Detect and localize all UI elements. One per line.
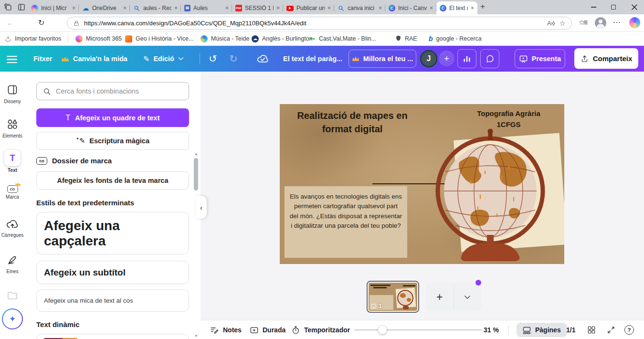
refresh-icon[interactable]: ↻ bbox=[38, 18, 44, 27]
favorite-angles-burlington[interactable]: ☁ Anglès - Burlington bbox=[252, 32, 313, 46]
add-brand-fonts-button[interactable]: Afegeix les fonts de la teva marca bbox=[36, 171, 189, 190]
vertical-tabs-icon[interactable] bbox=[17, 3, 26, 11]
tab-canva-search[interactable]: canva inici × bbox=[334, 2, 385, 14]
favorite-importar-favoritos[interactable]: Importar favoritos bbox=[5, 32, 61, 46]
undo-icon[interactable]: ↺ bbox=[209, 46, 217, 72]
tab-publicar-youtube[interactable]: Publicar un × bbox=[283, 2, 334, 14]
favorite-star-icon[interactable]: ☆ bbox=[560, 19, 566, 28]
sidebar-item-disseny[interactable]: Disseny bbox=[0, 84, 25, 104]
panel-scrollbar[interactable]: ▲ ▼ bbox=[194, 152, 199, 339]
timer-button[interactable]: Temporitzador bbox=[291, 320, 350, 339]
app-window: Inici | Micr × ☁ OneDrive × aules - Rec … bbox=[0, 0, 644, 339]
present-button[interactable]: Presenta bbox=[515, 49, 565, 68]
resize-menu[interactable]: Canvia'n la mida bbox=[61, 46, 127, 72]
add-member-button[interactable]: + bbox=[439, 51, 454, 66]
redo-icon[interactable]: ↻ bbox=[229, 46, 238, 72]
page-thumbnail[interactable]: 1 bbox=[367, 281, 419, 313]
resize-label: Canvia'n la mida bbox=[73, 55, 127, 63]
tab-close-icon[interactable]: × bbox=[471, 5, 474, 11]
add-page-dropdown[interactable] bbox=[454, 283, 482, 311]
url-field[interactable]: https://www.canva.com/design/DAGoEa50Ccs… bbox=[67, 17, 572, 30]
edit-menu[interactable]: ✎ Edició bbox=[143, 46, 184, 72]
add-textbox-button[interactable]: T Afegeix un quadre de text bbox=[36, 108, 189, 127]
favorite-musica-teide[interactable]: Música - Teide bbox=[201, 32, 249, 46]
insights-button[interactable] bbox=[457, 49, 476, 68]
read-aloud-icon[interactable]: A bbox=[547, 20, 555, 27]
onedrive-favicon: ☁ bbox=[82, 5, 89, 12]
tab-el-text-active[interactable]: C El text del × bbox=[436, 1, 477, 14]
tab-close-icon[interactable]: × bbox=[276, 5, 280, 11]
fullscreen-button[interactable] bbox=[607, 320, 615, 339]
sidebar-item-text-active[interactable]: T Text bbox=[0, 150, 25, 173]
notes-button[interactable]: Notes bbox=[210, 320, 242, 339]
canva-toolbar: Fitxer Canvia'n la mida ✎ Edició ↺ ↻ El … bbox=[0, 46, 644, 72]
close-window-button[interactable] bbox=[627, 0, 642, 14]
duration-button[interactable]: Durada bbox=[250, 320, 285, 339]
help-button[interactable]: ? bbox=[624, 320, 634, 339]
favorite-geo-historia[interactable]: Geo i Història - Vice... bbox=[125, 32, 193, 46]
tab-inici-microsoft[interactable]: Inici | Micr × bbox=[28, 2, 79, 14]
tab-inici-canva[interactable]: C Inici - Canv × bbox=[385, 2, 436, 14]
tab-close-icon[interactable]: × bbox=[174, 5, 178, 11]
tab-actions-icon[interactable] bbox=[4, 3, 12, 11]
minimize-button[interactable] bbox=[586, 0, 601, 14]
favorite-rae[interactable]: RAE bbox=[395, 32, 417, 46]
scroll-down-icon[interactable]: ▼ bbox=[194, 334, 199, 338]
grid-view-button[interactable] bbox=[587, 320, 596, 339]
add-heading-card[interactable]: Afegeix una capçalera bbox=[36, 212, 189, 254]
upgrade-button[interactable]: Millora el teu ... bbox=[348, 50, 416, 68]
maximize-button[interactable] bbox=[606, 0, 621, 14]
sidebar-item-carregues[interactable]: Càrregues bbox=[0, 219, 25, 238]
favorite-microsoft-365[interactable]: Microsoft 365 bbox=[75, 32, 122, 46]
sidebar-item-eines[interactable]: Eines bbox=[0, 254, 25, 274]
tab-aules-search[interactable]: aules - Rec × bbox=[130, 2, 181, 14]
scroll-up-icon[interactable]: ▲ bbox=[194, 152, 199, 156]
add-page-button[interactable]: + bbox=[426, 283, 454, 311]
document-title[interactable]: El text del paràg... bbox=[283, 46, 342, 72]
scrollbar-thumb[interactable] bbox=[194, 158, 198, 191]
add-body-text-card[interactable]: Afegeix una mica de text al cos bbox=[36, 289, 189, 312]
tab-close-icon[interactable]: × bbox=[123, 5, 127, 11]
tab-close-icon[interactable]: × bbox=[379, 5, 382, 11]
design-title[interactable]: Realització de mapes en format digital bbox=[293, 109, 412, 136]
add-subtitle-card[interactable]: Afegeix un subtítol bbox=[36, 261, 189, 284]
globe-illustration[interactable] bbox=[413, 118, 564, 264]
back-icon[interactable]: ← bbox=[7, 19, 14, 27]
copilot-icon[interactable] bbox=[629, 17, 640, 28]
browser-menu-icon[interactable]: ⋯ bbox=[613, 18, 621, 27]
pages-button[interactable]: Pàgines bbox=[517, 323, 567, 337]
menu-icon[interactable] bbox=[7, 54, 17, 65]
tab-close-icon[interactable]: × bbox=[430, 5, 433, 11]
dynamic-text-card[interactable] bbox=[36, 334, 189, 339]
tab-close-icon[interactable]: × bbox=[72, 5, 75, 11]
comments-button[interactable] bbox=[480, 49, 499, 68]
design-body-textbox[interactable]: Els avanços en tecnologies digitals ens … bbox=[285, 186, 407, 258]
panel-collapse-button[interactable]: ‹ bbox=[196, 196, 207, 219]
favorites-hub-icon[interactable]: ☆ bbox=[579, 18, 588, 27]
favorite-cast-val-mate[interactable]: ●● Cast,Val,Mate - Blin... bbox=[309, 32, 376, 46]
canva-assistant-button[interactable]: ✦ bbox=[2, 308, 23, 329]
projects-folder-button[interactable] bbox=[0, 290, 25, 303]
sidebar-item-elements[interactable]: Elements bbox=[0, 118, 25, 138]
share-button[interactable]: Comparteix bbox=[574, 48, 638, 69]
design-page[interactable]: Realització de mapes en format digital T… bbox=[280, 104, 564, 264]
tab-close-icon[interactable]: × bbox=[327, 5, 331, 11]
search-input[interactable]: Cerca fonts i combinacions bbox=[36, 82, 189, 100]
tab-aules[interactable]: Aules × bbox=[181, 2, 232, 14]
expand-icon bbox=[607, 326, 615, 334]
tab-close-icon[interactable]: × bbox=[225, 5, 229, 11]
zoom-slider-thumb[interactable] bbox=[378, 326, 387, 334]
new-tab-button[interactable]: + bbox=[480, 2, 485, 11]
zoom-level[interactable]: 31 % bbox=[484, 320, 499, 339]
brand-kit-row[interactable]: co Dossier de marca bbox=[36, 157, 189, 165]
tab-sessio-pdf[interactable]: PDF SESSIÓ 1 I × bbox=[232, 2, 283, 14]
magic-write-button[interactable]: ✦✎ Escriptura màgica bbox=[36, 132, 189, 150]
zoom-slider-track[interactable] bbox=[354, 329, 482, 330]
tab-onedrive[interactable]: ☁ OneDrive × bbox=[79, 2, 130, 14]
file-menu[interactable]: Fitxer bbox=[33, 46, 53, 72]
user-avatar[interactable]: J bbox=[420, 50, 437, 67]
browser-profile-avatar[interactable] bbox=[595, 17, 606, 29]
favorite-google-recerca[interactable]: b google - Recerca bbox=[429, 32, 482, 46]
sidebar-item-marca[interactable]: co Marca bbox=[0, 185, 25, 200]
page-number: 1 bbox=[379, 303, 382, 309]
